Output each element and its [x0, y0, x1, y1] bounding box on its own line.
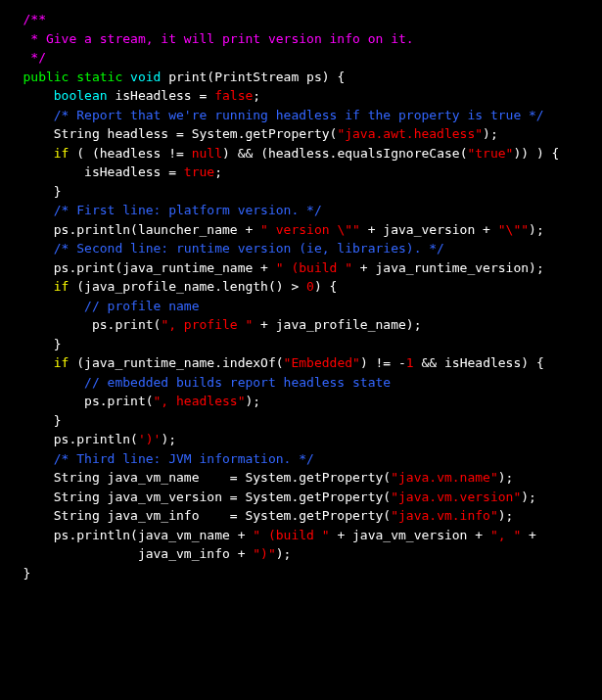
statement: String java_vm_name = System.getProperty…: [0, 470, 391, 485]
paren: );: [245, 394, 260, 408]
brace-close: }: [0, 564, 602, 583]
concat: + java_runtime_version);: [352, 260, 544, 275]
string-literal: ", profile ": [161, 317, 253, 332]
code-block: /** * Give a stream, it will print versi…: [0, 10, 602, 583]
paren: );: [521, 490, 536, 504]
string-literal: ", headless": [154, 394, 246, 408]
keyword-if: if: [0, 146, 69, 161]
statement: ps.println(java_vm_name +: [0, 528, 253, 542]
string-literal: "java.vm.name": [391, 470, 498, 485]
statement: ps.print(: [0, 317, 161, 332]
brace-close: }: [0, 335, 602, 354]
var-decl: String java_vm_version = System.getPrope…: [0, 488, 602, 507]
statement: String headless = System.getProperty(: [0, 126, 337, 141]
comment: /* Second line: runtime version (ie, lib…: [0, 239, 602, 258]
char-literal: ')': [138, 432, 161, 446]
semicolon: ;: [253, 88, 260, 103]
string-literal: "java.awt.headless": [337, 126, 483, 141]
paren: );: [498, 508, 514, 523]
assignment: isHeadless = true;: [0, 163, 602, 182]
println-cont: java_vm_info + ")");: [0, 544, 602, 564]
string-literal: " version \"": [260, 222, 360, 237]
condition: ) && (headless.equalsIgnoreCase(: [222, 146, 467, 161]
number: 0: [306, 279, 314, 294]
string-literal: "\"": [498, 222, 529, 237]
paren: );: [483, 126, 498, 141]
paren: );: [276, 546, 292, 561]
condition: ( (headless !=: [69, 146, 191, 161]
keyword-void: void: [122, 70, 161, 84]
brace: )) ) {: [513, 146, 559, 161]
paren: );: [529, 222, 544, 237]
statement: String java_vm_version = System.getPrope…: [0, 490, 391, 504]
javadoc-text: * Give a stream, it will print version i…: [0, 29, 602, 49]
concat: + java_version +: [360, 222, 498, 237]
paren: );: [161, 432, 176, 446]
if-statement: if ( (headless != null) && (headless.equ…: [0, 144, 602, 163]
concat: +: [521, 528, 536, 542]
if-statement: if (java_profile_name.length() > 0) {: [0, 277, 602, 297]
method-signature: public static void print(PrintStream ps)…: [0, 68, 602, 87]
var-decl: String headless = System.getProperty("ja…: [0, 124, 602, 144]
brace-close: }: [0, 182, 602, 202]
if-statement: if (java_runtime_name.indexOf("Embedded"…: [0, 353, 602, 373]
assignment: isHeadless =: [0, 164, 184, 179]
javadoc-end: */: [0, 48, 602, 68]
keyword-null: null: [192, 146, 222, 161]
string-literal: "java.vm.version": [391, 490, 521, 504]
condition: ) != -: [360, 355, 406, 370]
condition: (java_profile_name.length() >: [69, 279, 306, 294]
comment: /* Third line: JVM information. */: [0, 449, 602, 469]
keyword-if: if: [0, 355, 69, 370]
concat: + java_profile_name);: [253, 317, 421, 332]
condition: (java_runtime_name.indexOf(: [69, 355, 283, 370]
statement: ps.println(launcher_name +: [0, 222, 260, 237]
var-decl: String java_vm_name = System.getProperty…: [0, 468, 602, 488]
string-literal: " (build ": [276, 260, 352, 275]
var-decl: String java_vm_info = System.getProperty…: [0, 506, 602, 526]
keyword-static: static: [69, 70, 122, 84]
comment: // embedded builds report headless state: [0, 373, 602, 393]
brace-close: }: [0, 411, 602, 431]
concat: + java_vm_version +: [330, 528, 490, 542]
print: ps.print(", headless");: [0, 392, 602, 411]
keyword-boolean: boolean: [0, 88, 108, 103]
println: ps.println(launcher_name + " version \""…: [0, 220, 602, 240]
print: ps.print(", profile " + java_profile_nam…: [0, 315, 602, 335]
statement: ps.println(: [0, 432, 138, 446]
semicolon: ;: [214, 164, 222, 179]
string-literal: ", ": [490, 528, 521, 542]
keyword-public: public: [0, 70, 69, 84]
var-decl: boolean isHeadless = false;: [0, 86, 602, 106]
string-literal: "java.vm.info": [391, 508, 498, 523]
keyword-true: true: [184, 164, 214, 179]
statement: java_vm_info +: [0, 546, 253, 561]
statement: ps.print(: [0, 394, 154, 408]
println: ps.println(')');: [0, 430, 602, 449]
comment: // profile name: [0, 297, 602, 316]
javadoc-start: /**: [0, 10, 602, 29]
method-name: print(PrintStream ps) {: [161, 70, 345, 84]
string-literal: ")": [253, 546, 275, 561]
print: ps.print(java_runtime_name + " (build " …: [0, 258, 602, 278]
keyword-false: false: [214, 88, 253, 103]
brace: && isHeadless) {: [414, 355, 544, 370]
brace: ) {: [314, 279, 337, 294]
number: 1: [406, 355, 414, 370]
statement: String java_vm_info = System.getProperty…: [0, 508, 391, 523]
comment: /* First line: platform version. */: [0, 201, 602, 220]
keyword-if: if: [0, 279, 69, 294]
paren: );: [498, 470, 514, 485]
var-name: isHeadless =: [108, 88, 215, 103]
string-literal: "Embedded": [284, 355, 360, 370]
comment: /* Report that we're running headless if…: [0, 106, 602, 125]
println: ps.println(java_vm_name + " (build " + j…: [0, 526, 602, 545]
string-literal: " (build ": [253, 528, 329, 542]
string-literal: "true": [467, 146, 513, 161]
statement: ps.print(java_runtime_name +: [0, 260, 276, 275]
